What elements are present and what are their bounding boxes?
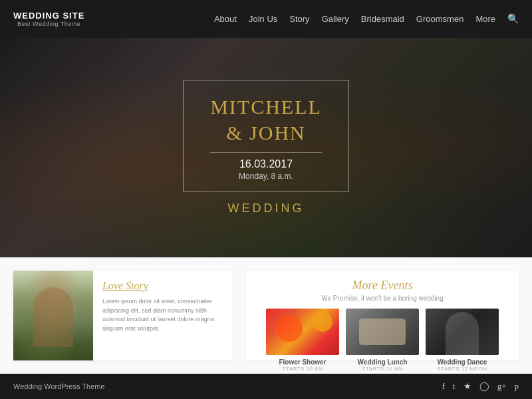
- logo-title: WEDDING SITE: [13, 11, 84, 21]
- event-item-wedding-lunch[interactable]: Wedding Lunch STARTS 11 AM: [346, 309, 419, 372]
- pinterest-icon[interactable]: p: [515, 381, 519, 392]
- hero-day: Monday, 8 a.m.: [210, 172, 322, 181]
- events-grid: Flower Shower STARTS 10 AM Wedding Lunch…: [257, 309, 508, 372]
- hero-name1: MITCHELL: [210, 96, 322, 118]
- more-events-card: More Events We Promise, it won't be a bo…: [246, 271, 519, 360]
- more-events-title: More Events: [257, 279, 508, 293]
- event-time-0: STARTS 10 AM: [266, 366, 339, 372]
- love-story-body: Lorem ipsum dolor sit amet, consectueter…: [102, 297, 223, 333]
- footer-social-icons: f t ★ ◯ g+ p: [442, 381, 519, 392]
- hero-name2: & JOHN: [226, 122, 306, 144]
- nav-groomsmen[interactable]: Groomsmen: [416, 14, 464, 24]
- event-image-dance: [426, 309, 499, 355]
- event-time-2: STARTS 12 NOON: [426, 366, 499, 372]
- logo: WEDDING SITE Best Wedding Theme: [13, 11, 84, 27]
- event-name-2: Wedding Dance: [426, 358, 499, 366]
- love-story-card: Love Story Lorem ipsum dolor sit amet, c…: [13, 271, 233, 360]
- hero-section: MITCHELL & JOHN 16.03.2017 Monday, 8 a.m…: [0, 38, 532, 257]
- site-header: WEDDING SITE Best Wedding Theme About Jo…: [0, 0, 532, 38]
- nav-bridesmaid[interactable]: Bridesmaid: [361, 14, 404, 24]
- nav-join-us[interactable]: Join Us: [249, 14, 277, 24]
- content-section: Love Story Lorem ipsum dolor sit amet, c…: [0, 257, 532, 374]
- love-story-title[interactable]: Love Story: [102, 280, 223, 292]
- hero-names: MITCHELL & JOHN: [210, 94, 322, 146]
- event-item-wedding-dance[interactable]: Wedding Dance STARTS 12 NOON: [426, 309, 499, 372]
- event-item-flower-shower[interactable]: Flower Shower STARTS 10 AM: [266, 309, 339, 372]
- main-nav: About Join Us Story Gallery Bridesmaid G…: [214, 13, 519, 25]
- facebook-icon[interactable]: f: [442, 381, 445, 392]
- search-icon[interactable]: 🔍: [507, 13, 519, 25]
- rss-icon[interactable]: ★: [464, 381, 471, 392]
- love-story-text: Love Story Lorem ipsum dolor sit amet, c…: [93, 271, 233, 360]
- site-footer: Wedding WordPress Theme f t ★ ◯ g+ p: [0, 374, 532, 399]
- instagram-icon[interactable]: ◯: [479, 381, 489, 392]
- event-image-flowers: [266, 309, 339, 355]
- hero-date: 16.03.2017: [210, 158, 322, 170]
- event-name-0: Flower Shower: [266, 358, 339, 366]
- hero-card: MITCHELL & JOHN 16.03.2017 Monday, 8 a.m…: [183, 80, 349, 192]
- google-plus-icon[interactable]: g+: [497, 381, 507, 392]
- love-story-image: [13, 271, 93, 360]
- hero-label: WEDDING: [228, 201, 305, 215]
- hero-divider: [210, 152, 322, 153]
- nav-gallery[interactable]: Gallery: [322, 14, 349, 24]
- event-name-1: Wedding Lunch: [346, 358, 419, 366]
- nav-story[interactable]: Story: [289, 14, 309, 24]
- footer-text: Wedding WordPress Theme: [13, 382, 105, 390]
- event-time-1: STARTS 11 AM: [346, 366, 419, 372]
- nav-about[interactable]: About: [214, 14, 237, 24]
- more-events-subtitle: We Promise, it won't be a boring wedding: [257, 295, 508, 302]
- nav-more[interactable]: More: [475, 14, 495, 24]
- logo-subtitle: Best Wedding Theme: [17, 21, 80, 27]
- twitter-icon[interactable]: t: [453, 381, 456, 392]
- event-image-lunch: [346, 309, 419, 355]
